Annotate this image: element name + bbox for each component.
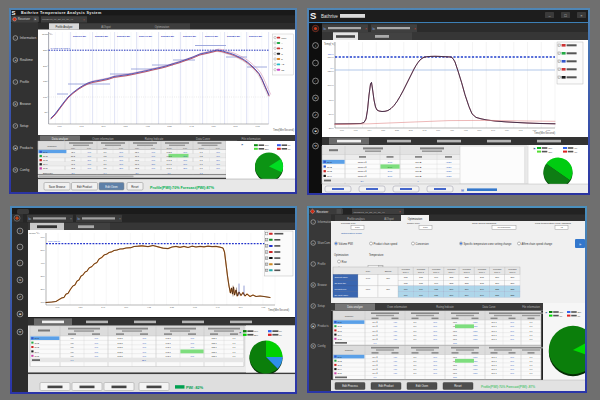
svg-text:+7%: +7% (190, 355, 194, 357)
svg-text:Rise: Rise (342, 260, 348, 264)
svg-text:600: 600 (41, 236, 46, 239)
svg-text:zone8(1:50): zone8(1:50) (227, 35, 240, 38)
svg-text:Zone 1: Zone 1 (403, 271, 409, 273)
svg-text:×: × (70, 217, 72, 221)
svg-text:47%: 47% (433, 325, 437, 327)
svg-text:Affirm chain speed change: Affirm chain speed change (522, 242, 553, 246)
svg-text:Edit Product: Edit Product (378, 384, 393, 388)
svg-text:⚙: ⚙ (19, 278, 22, 282)
svg-text:142.8: 142.8 (166, 151, 172, 153)
svg-text:Browse: Browse (20, 102, 31, 106)
svg-text:54%: 54% (388, 175, 393, 177)
svg-text:+7%: +7% (393, 364, 397, 366)
svg-text:Predicted by: Predicted by (335, 288, 348, 290)
svg-text:47%: 47% (433, 338, 437, 340)
svg-text:Difference: Difference (43, 172, 54, 174)
svg-text:TempZON: TempZON (493, 268, 502, 270)
svg-text:zone7(1:50): zone7(1:50) (205, 35, 218, 38)
svg-text:548.5: 548.5 (117, 346, 123, 348)
svg-text:Zone 7: Zone 7 (494, 271, 500, 273)
svg-text:25%: 25% (577, 311, 581, 313)
svg-text:▣: ▣ (19, 312, 22, 316)
svg-text:+7%: +7% (216, 163, 220, 165)
svg-text:+7%: +7% (393, 325, 397, 327)
svg-text:138.1: 138.1 (211, 342, 217, 344)
svg-text:78.1▲: 78.1▲ (415, 166, 422, 168)
svg-text:File information: File information (241, 137, 261, 141)
svg-text:Zone 3: Zone 3 (433, 271, 439, 273)
svg-text:Reset: Reset (454, 384, 462, 388)
svg-text:70%: 70% (265, 144, 269, 146)
svg-text:141.2: 141.2 (166, 159, 172, 161)
svg-text:100.0: 100.0 (328, 84, 335, 87)
svg-text:TempZON: TempZON (508, 268, 517, 270)
svg-text:⚑: ⚑ (239, 331, 241, 335)
svg-text:⚙: ⚙ (14, 103, 16, 106)
svg-text:Profile analysis: Profile analysis (347, 217, 365, 221)
svg-text:Current value: Current value (335, 276, 349, 278)
svg-text:+7%: +7% (87, 163, 91, 165)
svg-text:Edit Product: Edit Product (77, 185, 92, 189)
svg-text:Browse: Browse (318, 283, 328, 287)
svg-text:Optimization: Optimization (334, 253, 349, 257)
svg-text:0%: 0% (559, 315, 562, 317)
svg-text:Products: Products (20, 146, 33, 150)
svg-text:×: × (119, 217, 121, 221)
svg-text:500: 500 (41, 249, 46, 252)
svg-text:Rating Indicate: Rating Indicate (436, 305, 454, 309)
svg-text:148.8: 148.8 (166, 155, 172, 157)
svg-text:CH3: CH3 (35, 346, 40, 348)
svg-text:+7%: +7% (393, 338, 397, 340)
svg-text:PV:245.0 SV:245.0: PV:245.0 SV:245.0 (51, 47, 71, 49)
svg-text:Bathrive Temperature Analysis: Bathrive Temperature Analysis System (21, 11, 102, 15)
svg-text:142.7: 142.7 (165, 355, 171, 357)
svg-text:0%: 0% (577, 315, 580, 317)
svg-text:PWI :82%: PWI :82% (186, 386, 204, 390)
svg-text:S: S (12, 10, 16, 16)
svg-text:300: 300 (41, 275, 46, 278)
svg-text:Zone 4: Zone 4 (449, 271, 455, 273)
svg-text:×: × (414, 27, 416, 31)
svg-text:✓: ✓ (266, 269, 268, 272)
svg-text:+7%: +7% (393, 356, 397, 358)
svg-text:+13%: +13% (446, 170, 452, 172)
svg-text:47%: 47% (510, 338, 514, 340)
svg-text:Channel: Channel (47, 145, 57, 148)
svg-text:47%: 47% (183, 151, 187, 153)
svg-text:PWI: PWI (119, 147, 123, 149)
svg-text:Temp(℃): Temp(℃) (42, 33, 53, 36)
svg-text:Specific temperature zone sett: Specific temperature zone setting change (464, 242, 512, 246)
svg-text:25.0: 25.0 (329, 127, 334, 130)
svg-text:+5%: +5% (87, 159, 91, 161)
svg-text:TempZON: TempZON (478, 268, 487, 270)
svg-text:◄: ◄ (14, 59, 16, 62)
svg-text:CH3: CH3 (327, 170, 332, 173)
svg-text:Time(Min:Second): Time(Min:Second) (534, 131, 555, 135)
svg-text:⚙: ⚙ (312, 284, 314, 287)
svg-text:CH3: CH3 (43, 159, 48, 161)
svg-text:Setup: Setup (318, 304, 326, 308)
svg-text:25%: 25% (265, 148, 269, 150)
svg-text:CH2: CH2 (327, 166, 332, 169)
svg-text:47%: 47% (119, 159, 123, 161)
svg-text:246.1: 246.1 (491, 372, 497, 374)
svg-text:Bathrive: Bathrive (321, 14, 338, 19)
svg-text:47%: 47% (433, 330, 437, 332)
svg-text:×: × (399, 210, 401, 214)
svg-text:143.1: 143.1 (166, 167, 172, 169)
svg-text:Solder PWI: Solder PWI (407, 222, 420, 225)
svg-text:+13%: +13% (472, 338, 477, 340)
svg-text:+13%: +13% (472, 330, 477, 332)
svg-text:Zone 5: Zone 5 (464, 271, 470, 273)
svg-text:16.0CM/Min: 16.0CM/Min (498, 226, 512, 229)
svg-text:CH5: CH5 (35, 355, 40, 357)
svg-text:Time(Min:Second): Time(Min:Second) (273, 128, 294, 132)
svg-text:0%: 0% (288, 148, 291, 150)
svg-text:✓: ✓ (558, 68, 560, 71)
svg-text:142.7: 142.7 (165, 337, 171, 339)
svg-text:CH5: CH5 (43, 167, 48, 169)
svg-text:CH4: CH4 (35, 351, 40, 353)
svg-text:Edit Process: Edit Process (342, 384, 358, 388)
svg-text:+1%: +1% (142, 342, 146, 344)
svg-text:TempZON: TempZON (417, 268, 426, 270)
